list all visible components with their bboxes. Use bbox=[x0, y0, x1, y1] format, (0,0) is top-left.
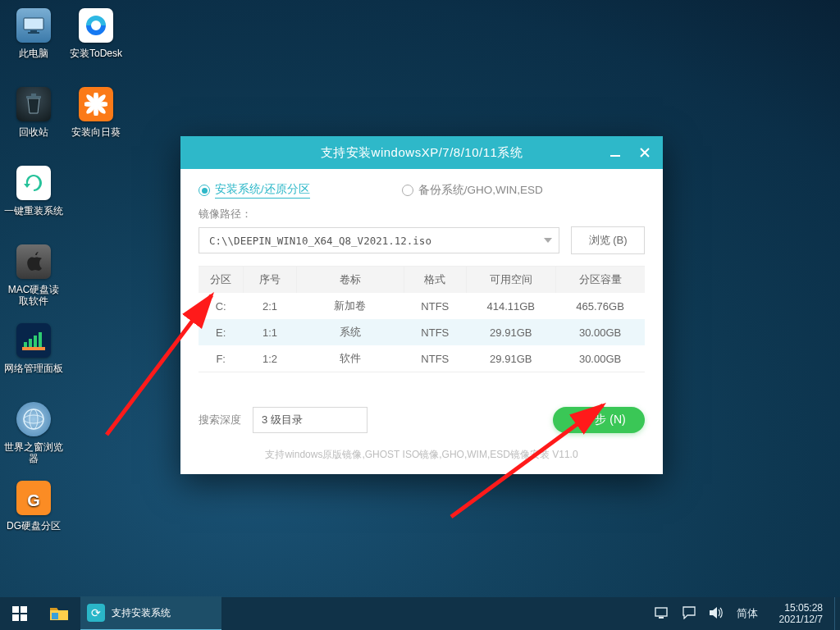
system-tray: 简体 15:05:28 2021/12/7 bbox=[655, 602, 834, 625]
clock-time: 15:05:28 bbox=[779, 602, 823, 614]
tray-ime-indicator[interactable]: 简体 bbox=[737, 606, 758, 621]
image-path-label: 镜像路径： bbox=[199, 207, 645, 221]
monitor-icon bbox=[16, 8, 51, 43]
desktop-icon-theworld-browser[interactable]: 世界之窗浏览器 bbox=[3, 397, 64, 471]
col-partition: 分区 bbox=[199, 267, 243, 293]
windows-icon bbox=[12, 606, 27, 621]
close-icon bbox=[639, 147, 651, 158]
dialog-title: 支持安装windowsXP/7/8/10/11系统 bbox=[321, 145, 523, 161]
table-row[interactable]: E: 1:1 系统 NTFS 29.91GB 30.00GB bbox=[199, 319, 645, 345]
installer-dialog: 支持安装windowsXP/7/8/10/11系统 安装系统/还原分区 备份系统… bbox=[180, 136, 663, 474]
next-button[interactable]: 下一步 (N) bbox=[553, 407, 645, 433]
desktop-icon-label: 一键重装系统 bbox=[4, 205, 63, 217]
tray-network-icon[interactable] bbox=[655, 607, 669, 621]
desktop-icon-one-click-reinstall[interactable]: 一键重装系统 bbox=[3, 161, 64, 235]
tray-volume-icon[interactable] bbox=[709, 606, 724, 622]
svg-rect-2 bbox=[28, 32, 39, 34]
show-desktop-button[interactable] bbox=[834, 597, 840, 630]
search-depth-label: 搜索深度 bbox=[199, 413, 241, 427]
globe-icon bbox=[16, 402, 51, 436]
minimize-button[interactable] bbox=[600, 136, 630, 169]
installer-icon: ⟳ bbox=[87, 604, 105, 622]
desktop-icon-mac-disk-reader[interactable]: MAC硬盘读取软件 bbox=[3, 240, 64, 313]
svg-rect-6 bbox=[29, 339, 32, 347]
browse-button[interactable]: 浏览 (B) bbox=[571, 226, 645, 254]
desktop-icons-col-2: 安装ToDesk 安装向日葵 bbox=[66, 3, 126, 161]
svg-rect-30 bbox=[655, 608, 667, 616]
desktop-icon-label: 回收站 bbox=[19, 126, 48, 138]
svg-rect-4 bbox=[31, 94, 36, 96]
svg-rect-27 bbox=[12, 614, 19, 621]
mode-install-label: 安装系统/还原分区 bbox=[215, 182, 310, 199]
col-label: 卷标 bbox=[297, 267, 404, 293]
start-button[interactable] bbox=[0, 597, 39, 630]
svg-rect-25 bbox=[12, 606, 19, 613]
clock-date: 2021/12/7 bbox=[779, 614, 823, 625]
col-free: 可用空间 bbox=[466, 267, 555, 293]
desktop-icons-col-1: 此电脑 回收站 一键重装系统 MAC硬盘读取软件 网络管理面板 bbox=[3, 3, 64, 555]
mode-backup[interactable]: 备份系统/GHO,WIN,ESD bbox=[402, 183, 543, 198]
radio-checked-icon bbox=[199, 185, 210, 196]
desktop-icon-label: MAC硬盘读取软件 bbox=[4, 284, 63, 307]
desktop-icon-label: 此电脑 bbox=[19, 48, 48, 59]
mode-row: 安装系统/还原分区 备份系统/GHO,WIN,ESD bbox=[199, 182, 645, 199]
svg-rect-7 bbox=[34, 336, 37, 347]
svg-rect-26 bbox=[21, 606, 27, 613]
desktop-icon-label: 世界之窗浏览器 bbox=[4, 441, 63, 464]
image-path-value: C:\\DEEPIN_WIN10_X64_Q8_V2021.12.iso bbox=[209, 235, 431, 247]
svg-rect-5 bbox=[24, 342, 27, 347]
desktop-icon-label: 网络管理面板 bbox=[4, 363, 63, 374]
svg-rect-1 bbox=[30, 30, 37, 32]
radio-unchecked-icon bbox=[402, 185, 413, 196]
svg-rect-0 bbox=[24, 18, 43, 30]
svg-rect-29 bbox=[52, 613, 58, 619]
search-depth-value: 3 级目录 bbox=[262, 413, 303, 427]
diskgenius-icon: G bbox=[16, 481, 51, 515]
reinstall-icon bbox=[16, 166, 51, 200]
close-button[interactable] bbox=[630, 136, 660, 169]
taskbar-active-task[interactable]: ⟳ 支持安装系统 bbox=[80, 596, 221, 630]
desktop-icon-this-pc[interactable]: 此电脑 bbox=[3, 3, 64, 77]
tray-clock[interactable]: 15:05:28 2021/12/7 bbox=[771, 602, 831, 625]
tray-action-center-icon[interactable] bbox=[682, 606, 696, 622]
svg-point-10 bbox=[24, 409, 43, 429]
desktop-icon-install-todesk[interactable]: 安装ToDesk bbox=[66, 3, 126, 77]
sunflower-icon bbox=[79, 87, 113, 121]
image-path-combobox[interactable]: C:\\DEEPIN_WIN10_X64_Q8_V2021.12.iso bbox=[199, 227, 559, 253]
svg-rect-31 bbox=[659, 617, 664, 619]
desktop-icon-network-panel[interactable]: 网络管理面板 bbox=[3, 318, 64, 392]
svg-point-11 bbox=[24, 415, 43, 423]
dialog-titlebar[interactable]: 支持安装windowsXP/7/8/10/11系统 bbox=[180, 136, 663, 169]
taskbar-active-task-label: 支持安装系统 bbox=[112, 606, 171, 620]
desktop-icon-label: 安装ToDesk bbox=[70, 48, 122, 59]
taskbar-file-explorer[interactable] bbox=[39, 597, 79, 630]
mode-backup-label: 备份系统/GHO,WIN,ESD bbox=[418, 183, 543, 198]
chevron-down-icon bbox=[544, 238, 552, 243]
support-hint: 支持windows原版镜像,GHOST ISO镜像,GHO,WIM,ESD镜像安… bbox=[199, 448, 645, 462]
svg-rect-8 bbox=[39, 332, 42, 347]
search-depth-select[interactable]: 3 级目录 bbox=[253, 407, 368, 433]
desktop: 此电脑 回收站 一键重装系统 MAC硬盘读取软件 网络管理面板 bbox=[0, 0, 840, 597]
minimize-icon bbox=[609, 147, 621, 158]
svg-rect-28 bbox=[21, 614, 27, 621]
folder-icon bbox=[49, 605, 69, 622]
table-row[interactable]: C: 2:1 新加卷 NTFS 414.11GB 465.76GB bbox=[199, 293, 645, 319]
network-panel-icon bbox=[16, 323, 51, 358]
todesk-icon bbox=[79, 8, 113, 43]
svg-point-12 bbox=[30, 409, 38, 429]
desktop-icon-label: 安装向日葵 bbox=[71, 126, 121, 138]
col-total: 分区容量 bbox=[555, 267, 645, 293]
trash-icon bbox=[16, 87, 51, 121]
col-index: 序号 bbox=[243, 267, 296, 293]
table-row[interactable]: F: 1:2 软件 NTFS 29.91GB 30.00GB bbox=[199, 345, 645, 372]
desktop-icon-dg-partition[interactable]: G DG硬盘分区 bbox=[3, 476, 64, 550]
desktop-icon-install-sunflower[interactable]: 安装向日葵 bbox=[66, 82, 126, 156]
svg-rect-3 bbox=[26, 96, 41, 98]
partition-table: 分区 序号 卷标 格式 可用空间 分区容量 C: 2:1 新加卷 bbox=[199, 267, 645, 372]
partition-table-header: 分区 序号 卷标 格式 可用空间 分区容量 bbox=[199, 267, 645, 293]
svg-rect-9 bbox=[22, 347, 45, 350]
desktop-icon-recycle-bin[interactable]: 回收站 bbox=[3, 82, 64, 156]
mode-install-restore[interactable]: 安装系统/还原分区 bbox=[199, 182, 310, 199]
apple-icon bbox=[16, 244, 51, 279]
svg-rect-22 bbox=[610, 155, 620, 157]
